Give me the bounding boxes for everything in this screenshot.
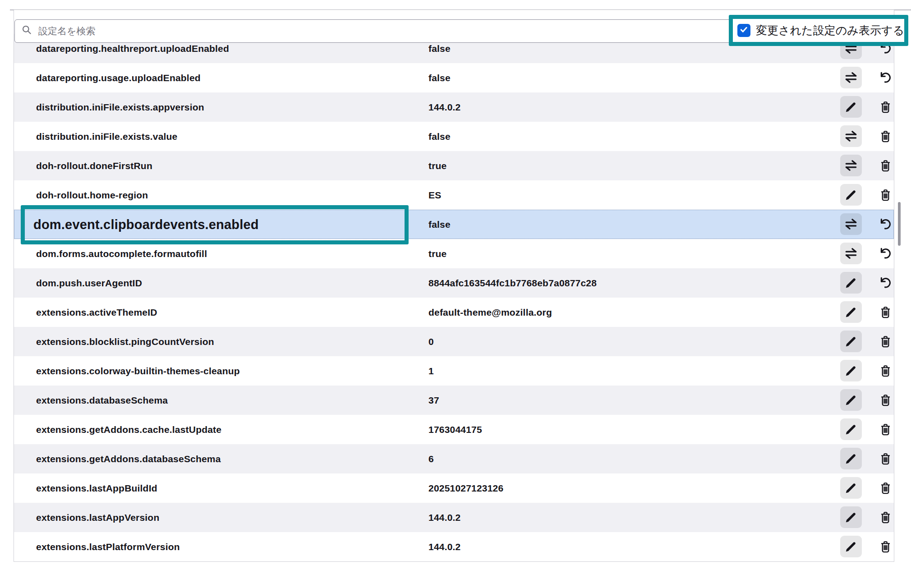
delete-icon bbox=[879, 129, 893, 143]
reset-icon bbox=[878, 276, 893, 290]
table-row[interactable]: extensions.getAddons.databaseSchema6 bbox=[14, 444, 894, 473]
delete-button[interactable] bbox=[874, 389, 896, 411]
delete-icon bbox=[879, 335, 893, 349]
edit-button[interactable] bbox=[840, 96, 862, 118]
table-row[interactable]: dom.push.userAgentID8844afc163544fc1b776… bbox=[14, 268, 894, 298]
delete-button[interactable] bbox=[874, 418, 896, 440]
table-row[interactable]: extensions.lastAppVersion144.0.2 bbox=[14, 503, 894, 532]
edit-button[interactable] bbox=[840, 272, 862, 294]
annotation-box-filter: 変更された設定のみ表示する bbox=[729, 15, 908, 46]
delete-button[interactable] bbox=[874, 155, 896, 176]
pref-name: extensions.lastAppBuildId bbox=[36, 483, 157, 494]
reset-button[interactable] bbox=[874, 272, 896, 294]
edit-icon bbox=[844, 423, 858, 436]
table-row[interactable]: extensions.databaseSchema37 bbox=[14, 386, 894, 415]
pref-value: 144.0.2 bbox=[428, 542, 460, 552]
pref-name: extensions.getAddons.databaseSchema bbox=[36, 454, 221, 464]
edit-icon bbox=[844, 481, 858, 495]
delete-icon bbox=[879, 393, 893, 407]
delete-button[interactable] bbox=[874, 96, 896, 118]
delete-icon bbox=[879, 100, 893, 114]
delete-button[interactable] bbox=[874, 360, 896, 381]
edit-icon bbox=[844, 452, 858, 465]
toggle-button[interactable] bbox=[840, 213, 862, 235]
table-row[interactable]: extensions.lastPlatformVersion144.0.2 bbox=[14, 532, 894, 561]
pref-name: extensions.lastAppVersion bbox=[36, 512, 159, 523]
reset-button[interactable] bbox=[874, 67, 896, 88]
pref-name: extensions.lastPlatformVersion bbox=[36, 542, 180, 552]
toggle-button[interactable] bbox=[840, 125, 862, 147]
edit-icon bbox=[844, 188, 858, 202]
table-row[interactable]: doh-rollout.home-regionES bbox=[14, 180, 894, 210]
pref-name: doh-rollout.doneFirstRun bbox=[36, 161, 152, 171]
table-row[interactable]: doh-rollout.doneFirstRuntrue bbox=[14, 151, 894, 180]
pref-table: datareporting.healthreport.uploadEnabled… bbox=[14, 10, 894, 562]
pref-name: dom.push.userAgentID bbox=[36, 278, 142, 289]
pref-value: 144.0.2 bbox=[428, 512, 460, 523]
delete-icon bbox=[879, 540, 893, 554]
toggle-button[interactable] bbox=[840, 67, 862, 88]
filter-checkbox-label[interactable]: 変更された設定のみ表示する bbox=[756, 23, 904, 38]
pref-name: datareporting.usage.uploadEnabled bbox=[36, 73, 201, 83]
toggle-button[interactable] bbox=[840, 155, 862, 176]
pref-value: 8844afc163544fc1b7768eb7a0877c28 bbox=[428, 278, 597, 289]
toggle-icon bbox=[843, 158, 859, 173]
table-row[interactable]: dom.forms.autocomplete.formautofilltrue bbox=[14, 239, 894, 268]
delete-button[interactable] bbox=[874, 184, 896, 206]
delete-button[interactable] bbox=[874, 536, 896, 557]
delete-button[interactable] bbox=[874, 125, 896, 147]
edit-button[interactable] bbox=[840, 536, 862, 557]
pref-value: 37 bbox=[428, 395, 439, 406]
delete-button[interactable] bbox=[874, 477, 896, 499]
table-row[interactable]: extensions.colorway-builtin-themes-clean… bbox=[14, 356, 894, 386]
table-row[interactable]: extensions.getAddons.cache.lastUpdate176… bbox=[14, 415, 894, 444]
pref-value: false bbox=[428, 131, 451, 142]
pref-name: datareporting.healthreport.uploadEnabled bbox=[36, 43, 229, 54]
toggle-icon bbox=[843, 70, 859, 85]
pref-name: distribution.iniFile.exists.appversion bbox=[36, 102, 204, 113]
table-row[interactable]: distribution.iniFile.exists.appversion14… bbox=[14, 92, 894, 122]
table-row[interactable]: extensions.blocklist.pingCountVersion0 bbox=[14, 327, 894, 356]
table-row[interactable]: distribution.iniFile.exists.valuefalse bbox=[14, 122, 894, 151]
delete-icon bbox=[879, 305, 893, 319]
vertical-scrollbar-thumb[interactable] bbox=[898, 202, 901, 246]
delete-button[interactable] bbox=[874, 448, 896, 469]
edit-button[interactable] bbox=[840, 360, 862, 381]
table-row[interactable]: extensions.activeThemeIDdefault-theme@mo… bbox=[14, 298, 894, 327]
filter-checkbox[interactable] bbox=[737, 24, 750, 37]
edit-icon bbox=[844, 540, 858, 553]
reset-button[interactable] bbox=[874, 213, 896, 235]
pref-name: dom.forms.autocomplete.formautofill bbox=[36, 248, 207, 259]
edit-button[interactable] bbox=[840, 418, 862, 440]
pref-name: extensions.blocklist.pingCountVersion bbox=[36, 336, 214, 347]
pref-name: dom.event.clipboardevents.enabled bbox=[33, 217, 259, 232]
edit-button[interactable] bbox=[840, 389, 862, 411]
table-row[interactable]: datareporting.usage.uploadEnabledfalse bbox=[14, 63, 894, 92]
pref-value: 144.0.2 bbox=[428, 102, 460, 113]
pref-name: extensions.getAddons.cache.lastUpdate bbox=[36, 424, 221, 435]
delete-button[interactable] bbox=[874, 331, 896, 352]
edit-button[interactable] bbox=[840, 184, 862, 206]
pref-name: extensions.databaseSchema bbox=[36, 395, 168, 406]
delete-icon bbox=[879, 510, 893, 524]
edit-button[interactable] bbox=[840, 477, 862, 499]
checkmark-icon bbox=[739, 24, 749, 37]
pref-name: distribution.iniFile.exists.value bbox=[36, 131, 178, 142]
edit-button[interactable] bbox=[840, 448, 862, 469]
delete-button[interactable] bbox=[874, 301, 896, 323]
toggle-button[interactable] bbox=[840, 243, 862, 264]
edit-button[interactable] bbox=[840, 506, 862, 528]
reset-button[interactable] bbox=[874, 243, 896, 264]
edit-icon bbox=[844, 364, 858, 377]
delete-button[interactable] bbox=[874, 506, 896, 528]
table-row[interactable]: extensions.lastAppBuildId20251027123126 bbox=[14, 473, 894, 503]
table-row[interactable]: dom.event.clipboardevents.enabledfalse bbox=[14, 210, 894, 239]
edit-button[interactable] bbox=[840, 331, 862, 352]
edit-button[interactable] bbox=[840, 301, 862, 323]
pref-name: doh-rollout.home-region bbox=[36, 190, 148, 201]
edit-icon bbox=[844, 335, 858, 348]
reset-icon bbox=[878, 246, 893, 261]
pref-value: 1 bbox=[428, 366, 434, 377]
edit-icon bbox=[844, 305, 858, 319]
pref-value: true bbox=[428, 248, 446, 259]
